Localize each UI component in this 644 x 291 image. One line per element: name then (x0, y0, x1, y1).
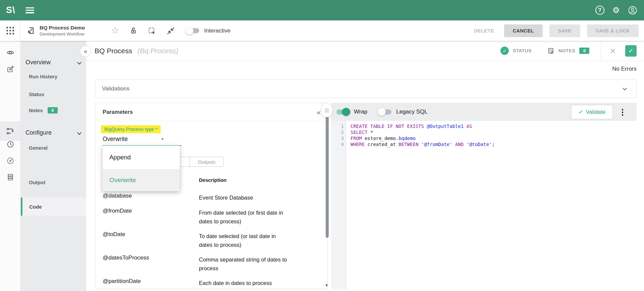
sidebar-item-history[interactable] (0, 137, 20, 151)
collapse-left-icon: « (84, 48, 88, 55)
line-number: 1 (331, 123, 344, 129)
nav-item-general[interactable]: General (29, 145, 48, 151)
process-subtitle: (Bq Process) (138, 47, 178, 55)
select-dropdown-arrow-icon[interactable]: ▼ (161, 137, 164, 141)
kebab-menu-icon[interactable] (621, 108, 624, 117)
panel-splitter-handle[interactable] (321, 104, 332, 117)
param-description: Each date in dates to process (199, 279, 288, 288)
close-icon[interactable]: × (610, 46, 616, 56)
save-button[interactable]: SAVE (549, 24, 580, 37)
notes-icon (547, 47, 554, 55)
workflow-title-block: BQ Process Demo Development Workflow (40, 25, 85, 37)
wrap-label: Wrap (354, 108, 367, 115)
confirm-button[interactable]: ✓ (625, 45, 637, 57)
legacy-sql-label: Legacy SQL (396, 108, 428, 115)
line-number: 3 (331, 135, 344, 141)
compress-icon (166, 26, 175, 35)
nav-section-overview[interactable]: Overview (25, 59, 83, 66)
lock-button[interactable] (129, 26, 138, 35)
param-name: @fromDate (103, 208, 132, 214)
param-description: Event Store Database (199, 194, 288, 202)
line-number: 2 (331, 129, 344, 135)
edit-icon (6, 65, 14, 73)
scroll-down-arrow-icon[interactable]: ▼ (325, 283, 329, 288)
nav-output-label: Output (29, 179, 45, 185)
status-check-icon: ✓ (500, 47, 509, 55)
notes-button[interactable]: NOTES 0 (547, 47, 590, 55)
collapse-parameters-button[interactable]: « (317, 108, 321, 116)
line-number: 4 (331, 141, 344, 147)
unlock-icon (129, 26, 138, 35)
code-line: 1 CREATE TABLE IF NOT EXISTS @OutputTabl… (331, 123, 637, 129)
process-type-label-highlighted: BigQuery Process type * (101, 125, 161, 133)
code-line: 3 FROM estore_demo.bqdemo (331, 135, 637, 141)
collapse-view-button[interactable] (166, 26, 175, 35)
nav-item-status[interactable]: Status (29, 91, 44, 97)
stack-icon (6, 173, 14, 181)
nav-item-notes[interactable]: Notes 0 (29, 107, 58, 114)
validate-button[interactable]: ✓ Validate (571, 105, 613, 119)
workflow-title: BQ Process Demo (40, 25, 85, 31)
account-button[interactable] (628, 6, 637, 15)
param-name: @database (103, 193, 132, 199)
help-button[interactable]: ? (595, 6, 604, 15)
process-type-select[interactable]: Overwrite (103, 136, 181, 143)
parameters-scrollbar[interactable] (326, 117, 329, 238)
favorite-star-icon[interactable]: ☆ (111, 26, 119, 35)
multi-select-button[interactable] (148, 26, 156, 35)
outputs-button[interactable]: Outputs (190, 157, 224, 167)
nav-section-configure[interactable]: Configure (25, 129, 83, 136)
toolbar-divider (19, 20, 20, 41)
wrap-toggle[interactable] (336, 110, 349, 115)
workflow-toolbar: BQ Process Demo Development Workflow ☆ I… (0, 20, 644, 41)
param-name: @partitionDate (103, 278, 141, 285)
marquee-select-icon (148, 26, 156, 35)
gear-icon: ⚙ (612, 6, 620, 14)
code-line: 4 WHERE created_at BETWEEN '@fromDate' A… (331, 141, 637, 147)
sidebar-item-edit[interactable] (0, 62, 20, 76)
hamburger-menu-icon[interactable] (25, 7, 34, 13)
cancel-button[interactable]: CANCEL (504, 24, 543, 37)
nav-notes-label: Notes (29, 107, 43, 113)
save-and-lock-button[interactable]: SAVE & LOCK (587, 24, 639, 37)
sql-code-editor[interactable]: 1 CREATE TABLE IF NOT EXISTS @OutputTabl… (331, 121, 637, 289)
clock-icon (6, 140, 14, 148)
header-divider (601, 41, 601, 61)
status-button[interactable]: ✓ STATUS (500, 47, 532, 55)
nav-general-label: General (29, 145, 48, 151)
eye-icon (6, 49, 14, 57)
process-title: BQ Process (95, 47, 132, 55)
nav-item-run-history[interactable]: Run History (29, 74, 57, 79)
interactive-label: Interactive (204, 27, 230, 34)
dropdown-option-append[interactable]: Append (103, 146, 180, 169)
dropdown-option-overwrite-selected[interactable]: Overwrite (103, 169, 180, 191)
nav-item-code-selected[interactable]: Code (21, 198, 86, 216)
delete-button[interactable]: DELETE (471, 24, 497, 37)
legacy-sql-toggle[interactable] (379, 110, 391, 115)
apps-grid-icon[interactable] (6, 27, 14, 34)
main-content: « BQ Process (Bq Process) ✓ STATUS NOTES… (86, 41, 644, 291)
code-line: 2 SELECT * (331, 129, 637, 135)
process-header: BQ Process (Bq Process) ✓ STATUS NOTES 0… (86, 41, 644, 61)
settings-button[interactable]: ⚙ (612, 6, 620, 14)
description-column-header: Description (199, 177, 227, 183)
param-description: From date selected (or first date in dat… (199, 209, 288, 226)
nav-item-output[interactable]: Output (29, 179, 45, 185)
gauge-icon (6, 157, 14, 165)
nav-overview-label: Overview (25, 59, 51, 66)
parameters-header: Parameters « (95, 103, 327, 121)
sidebar-item-preview[interactable] (0, 46, 20, 60)
sidebar-item-data[interactable] (0, 170, 20, 184)
chevron-down-icon[interactable] (623, 86, 627, 90)
collapse-panel-button[interactable]: « (80, 46, 91, 57)
validations-title: Validations (102, 85, 129, 92)
parameters-panel: Parameters « BigQuery Process type * Ove… (95, 103, 328, 289)
validations-panel[interactable]: Validations (95, 79, 637, 98)
interactive-toggle[interactable] (186, 28, 199, 33)
sidebar-item-monitoring[interactable] (0, 154, 20, 168)
icon-sidebar: » (0, 41, 21, 291)
notes-label: NOTES (558, 48, 576, 53)
param-name: @datesToProcess (103, 254, 149, 261)
nav-configure-label: Configure (25, 129, 52, 136)
exit-workflow-button[interactable] (26, 26, 35, 35)
